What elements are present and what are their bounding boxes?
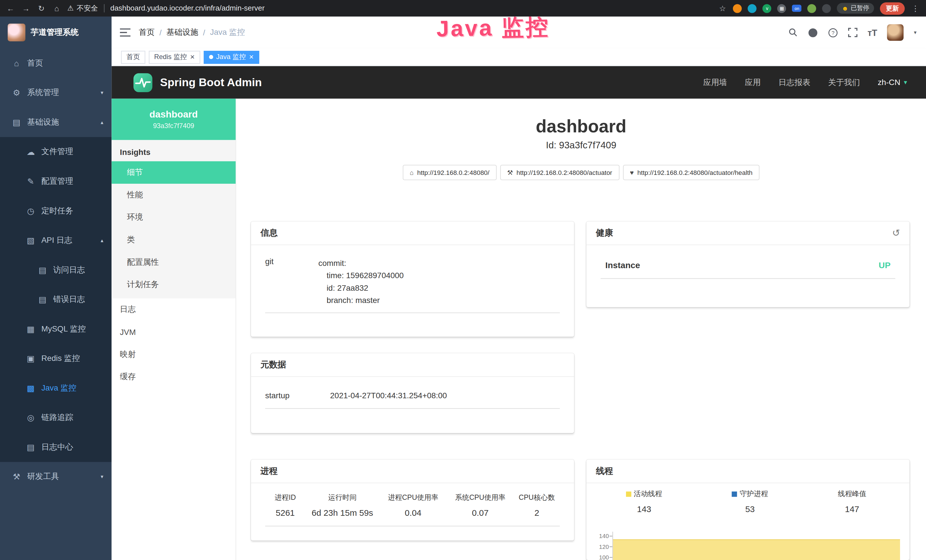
insights-group: Insights 细节 性能 环境 类 配置属性 计划任务: [112, 140, 236, 298]
col-value: 0.04: [381, 508, 446, 518]
sba-item-scheduled[interactable]: 计划任务: [112, 274, 236, 296]
process-card: 进程 进程ID 5261 运行时间 6d 23h 15m 59s 进程CPU: [251, 460, 574, 540]
sba-item-jvm[interactable]: JVM: [112, 321, 236, 343]
help-icon[interactable]: ?: [828, 27, 838, 37]
instance-header[interactable]: dashboard 93a3fc7f7409: [112, 99, 236, 140]
sidebar-item-devtools[interactable]: ⚒ 研发工具 ▾: [0, 462, 112, 492]
address-url[interactable]: dashboard.yudao.iocoder.cn/infra/admin-s…: [110, 4, 265, 12]
wrench-icon: ⚒: [507, 169, 513, 176]
health-row[interactable]: Instance UP: [601, 252, 895, 279]
breadcrumb-home[interactable]: 首页: [139, 27, 155, 38]
github-icon[interactable]: [808, 27, 818, 37]
threads-legend: 活动线程 143 守护进程 53 线程峰值: [591, 488, 901, 514]
sidebar-item-java-monitor[interactable]: ▩ Java 监控: [0, 374, 112, 403]
search-icon[interactable]: [788, 28, 798, 37]
actuator-url-button[interactable]: ⚒ http://192.168.0.2:48080/actuator: [500, 165, 619, 180]
tags-bar: 首页 Redis 监控 ✕ Java 监控 ✕: [112, 48, 926, 66]
insights-group-label: Insights: [112, 140, 236, 162]
avatar-caret-icon[interactable]: ▾: [914, 30, 916, 36]
chevron-down-icon: ▾: [101, 474, 103, 480]
extension-leaf-icon[interactable]: [808, 4, 817, 12]
health-row-label: Instance: [605, 260, 640, 270]
app-logo[interactable]: 芋道管理系统: [0, 17, 112, 48]
sba-locale-select[interactable]: zh-CN ▾: [878, 78, 907, 87]
divider: [104, 4, 104, 12]
sba-item-logs[interactable]: 日志: [112, 298, 236, 321]
extension-on-badge[interactable]: on: [792, 5, 802, 12]
info-line: time: 1596289704000: [318, 269, 404, 282]
sidebar-item-infra[interactable]: ▤ 基础设施 ▴: [0, 107, 112, 137]
process-col: 进程CPU使用率 0.04: [381, 493, 446, 518]
extension-icon-2[interactable]: [748, 4, 757, 12]
sba-item-mappings[interactable]: 映射: [112, 343, 236, 366]
health-card-body: Instance UP: [586, 245, 909, 286]
tag-redis[interactable]: Redis 监控 ✕: [149, 50, 200, 64]
sba-nav-applications[interactable]: 应用: [745, 77, 761, 88]
sidebar-item-label: 基础设施: [27, 117, 59, 127]
sba-item-environment[interactable]: 环境: [112, 206, 236, 229]
sba-item-configprops[interactable]: 配置属性: [112, 251, 236, 274]
sidebar-item-log-center[interactable]: ▤ 日志中心: [0, 433, 112, 462]
log-icon: ▧: [26, 236, 35, 245]
security-badge[interactable]: ⚠ 不安全: [67, 3, 98, 13]
tag-close-icon[interactable]: ✕: [190, 54, 195, 60]
info-card-body: git commit: time: 1596289704000 id: 27aa…: [251, 245, 574, 320]
sba-brand[interactable]: Spring Boot Admin: [112, 73, 262, 92]
extension-grid-icon[interactable]: ▦: [778, 4, 786, 12]
sidebar-item-mysql[interactable]: ▦ MySQL 监控: [0, 314, 112, 344]
sidebar-item-home[interactable]: ⌂ 首页: [0, 48, 112, 78]
extension-icon-1[interactable]: [733, 4, 742, 12]
sba-nav-journal[interactable]: 日志报表: [779, 77, 811, 88]
metadata-card-body: startup 2021-04-27T00:44:31.254+08:00: [251, 377, 574, 416]
font-size-icon[interactable]: тT: [867, 27, 877, 37]
metadata-key: startup: [265, 391, 330, 400]
tag-close-icon[interactable]: ✕: [249, 54, 254, 60]
locale-label: zh-CN: [878, 78, 900, 87]
sidebar-item-api-log[interactable]: ▧ API 日志 ▴: [0, 226, 112, 255]
sba-item-caches[interactable]: 缓存: [112, 366, 236, 388]
tag-home[interactable]: 首页: [121, 50, 145, 64]
sidebar-item-redis[interactable]: ▣ Redis 监控: [0, 344, 112, 374]
service-url-button[interactable]: ⌂ http://192.168.0.2:48080/: [403, 165, 496, 180]
sba-item-classes[interactable]: 类: [112, 229, 236, 251]
sidebar-item-tracing[interactable]: ◎ 链路追踪: [0, 403, 112, 433]
health-url-button[interactable]: ♥ http://192.168.0.2:48080/actuator/heal…: [623, 165, 760, 180]
col-value: 6d 23h 15m 59s: [306, 508, 378, 518]
process-col: 系统CPU使用率 0.07: [448, 493, 513, 518]
sba-nav-about[interactable]: 关于我们: [828, 77, 860, 88]
sidebar-item-jobs[interactable]: ◷ 定时任务: [0, 196, 112, 226]
sba-nav-wallboard[interactable]: 应用墙: [703, 77, 727, 88]
breadcrumb-section[interactable]: 基础设施: [166, 27, 198, 38]
history-icon[interactable]: ↺: [892, 227, 900, 239]
sba-item-metrics[interactable]: 性能: [112, 184, 236, 206]
hamburger-icon[interactable]: [112, 28, 139, 36]
back-button[interactable]: ←: [6, 4, 15, 12]
tag-java[interactable]: Java 监控 ✕: [204, 50, 259, 64]
sidebar-item-system[interactable]: ⚙ 系统管理 ▾: [0, 78, 112, 107]
paused-badge[interactable]: ☻ 已暂停: [837, 3, 874, 14]
warning-icon: ⚠: [67, 4, 74, 12]
sidebar-item-label: 链路追踪: [41, 412, 73, 423]
sba-item-details[interactable]: 细节: [112, 161, 236, 184]
extension-icon-3[interactable]: v: [763, 4, 772, 12]
threads-card: 线程 活动线程 143 守护进程: [586, 460, 909, 560]
extension-puzzle-icon[interactable]: [822, 4, 831, 12]
paused-label: 已暂停: [851, 4, 869, 12]
forward-button[interactable]: →: [21, 4, 31, 12]
bookmark-star-icon[interactable]: ☆: [718, 4, 727, 12]
process-table: 进程ID 5261 运行时间 6d 23h 15m 59s 进程CPU使用率 0…: [265, 490, 560, 526]
update-button[interactable]: 更新: [880, 2, 905, 14]
chrome-menu-icon[interactable]: ⋮: [911, 4, 920, 12]
user-avatar[interactable]: [887, 24, 904, 41]
legend-color-live: [626, 492, 631, 497]
fullscreen-icon[interactable]: [848, 28, 858, 37]
home-button[interactable]: ⌂: [52, 4, 61, 12]
info-card: 信息 git commit: time: 1596289704000 id: 2…: [251, 222, 574, 337]
sidebar-item-config[interactable]: ✎ 配置管理: [0, 166, 112, 196]
reload-button[interactable]: ↻: [36, 4, 46, 12]
sidebar-item-files[interactable]: ☁ 文件管理: [0, 137, 112, 166]
sidebar-item-access-log[interactable]: ▤ 访问日志: [0, 255, 112, 285]
metadata-card-title: 元数据: [251, 353, 574, 377]
metadata-value: 2021-04-27T00:44:31.254+08:00: [330, 391, 447, 400]
sidebar-item-error-log[interactable]: ▤ 错误日志: [0, 285, 112, 314]
